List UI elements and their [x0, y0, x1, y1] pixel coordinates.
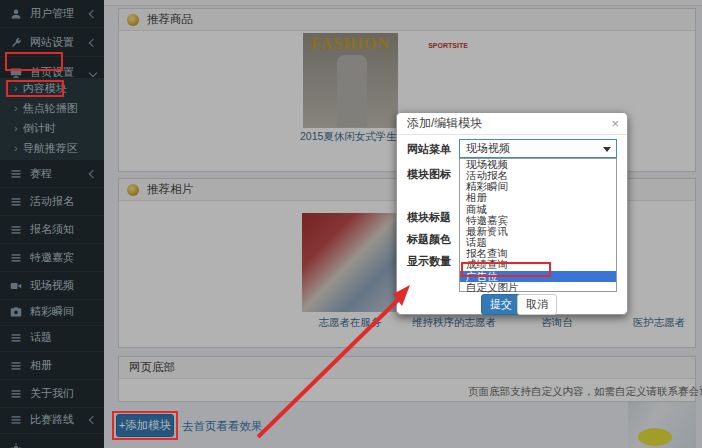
dropdown-option[interactable]: 自定义图片 [460, 282, 616, 293]
dropdown-option[interactable]: 相册 [460, 192, 616, 203]
field-label-menu: 网站菜单 [407, 142, 451, 157]
dialog-title: 添加/编辑模块 [407, 115, 611, 132]
dropdown-option[interactable]: 成绩查询 [460, 259, 616, 270]
add-edit-module-dialog: 添加/编辑模块 × 网站菜单 模块图标 模块标题 标题颜色 显示数量 现场视频 … [396, 112, 628, 315]
dropdown-option-selected[interactable]: 广告位 [460, 271, 616, 282]
field-label-color: 标题颜色 [407, 232, 451, 247]
dropdown-option[interactable]: 商城 [460, 204, 616, 215]
dropdown-option[interactable]: 报名查询 [460, 248, 616, 259]
dropdown-option[interactable]: 特邀嘉宾 [460, 215, 616, 226]
dropdown-option[interactable]: 现场视频 [460, 159, 616, 170]
site-menu-dropdown: 现场视频 活动报名 精彩瞬间 相册 商城 特邀嘉宾 最新资讯 话题 报名查询 成… [459, 158, 617, 292]
dropdown-option[interactable]: 话题 [460, 237, 616, 248]
cancel-button[interactable]: 取消 [517, 294, 557, 315]
caret-down-icon [603, 147, 611, 152]
field-label-icon: 模块图标 [407, 167, 451, 182]
dropdown-option[interactable]: 活动报名 [460, 170, 616, 181]
field-label-title: 模块标题 [407, 210, 451, 225]
dropdown-option[interactable]: 精彩瞬间 [460, 181, 616, 192]
site-menu-select-value: 现场视频 [466, 141, 510, 156]
dialog-titlebar: 添加/编辑模块 × [397, 113, 627, 135]
submit-button[interactable]: 提交 [481, 294, 521, 315]
site-menu-select[interactable]: 现场视频 [459, 139, 617, 158]
field-label-count: 显示数量 [407, 254, 451, 269]
dropdown-option[interactable]: 最新资讯 [460, 226, 616, 237]
close-icon[interactable]: × [611, 117, 619, 130]
